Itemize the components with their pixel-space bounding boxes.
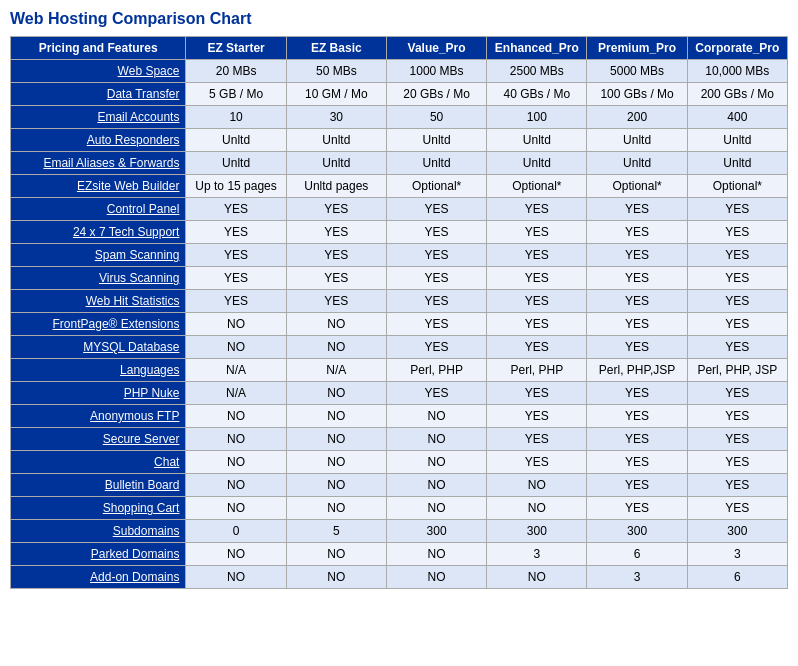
cell-value: Optional*: [587, 175, 687, 198]
cell-value: NO: [186, 405, 286, 428]
cell-value: YES: [687, 290, 787, 313]
cell-value: 6: [687, 566, 787, 589]
plan-header-ez-starter: EZ Starter: [186, 37, 286, 60]
cell-value: Unltd: [186, 152, 286, 175]
feature-label[interactable]: Add-on Domains: [11, 566, 186, 589]
feature-label[interactable]: Bulletin Board: [11, 474, 186, 497]
cell-value: Optional*: [386, 175, 486, 198]
cell-value: 50: [386, 106, 486, 129]
cell-value: YES: [286, 221, 386, 244]
cell-value: NO: [186, 313, 286, 336]
cell-value: Unltd: [487, 152, 587, 175]
cell-value: Unltd: [587, 129, 687, 152]
cell-value: 300: [587, 520, 687, 543]
cell-value: YES: [186, 290, 286, 313]
feature-label[interactable]: PHP Nuke: [11, 382, 186, 405]
cell-value: NO: [186, 497, 286, 520]
cell-value: NO: [286, 451, 386, 474]
feature-label[interactable]: Secure Server: [11, 428, 186, 451]
feature-label[interactable]: Subdomains: [11, 520, 186, 543]
table-row: LanguagesN/AN/APerl, PHPPerl, PHPPerl, P…: [11, 359, 788, 382]
feature-label[interactable]: Chat: [11, 451, 186, 474]
cell-value: YES: [186, 244, 286, 267]
cell-value: YES: [286, 244, 386, 267]
cell-value: YES: [687, 474, 787, 497]
cell-value: YES: [687, 497, 787, 520]
feature-label[interactable]: Web Space: [11, 60, 186, 83]
feature-label[interactable]: Email Aliases & Forwards: [11, 152, 186, 175]
cell-value: Unltd: [587, 152, 687, 175]
cell-value: 10,000 MBs: [687, 60, 787, 83]
cell-value: NO: [186, 336, 286, 359]
feature-label[interactable]: Shopping Cart: [11, 497, 186, 520]
cell-value: YES: [587, 336, 687, 359]
feature-label[interactable]: Control Panel: [11, 198, 186, 221]
table-row: Secure ServerNONONOYESYESYES: [11, 428, 788, 451]
feature-label[interactable]: Web Hit Statistics: [11, 290, 186, 313]
feature-label[interactable]: Anonymous FTP: [11, 405, 186, 428]
cell-value: Perl, PHP: [487, 359, 587, 382]
cell-value: 100: [487, 106, 587, 129]
feature-label[interactable]: EZsite Web Builder: [11, 175, 186, 198]
cell-value: YES: [386, 382, 486, 405]
feature-label[interactable]: Virus Scanning: [11, 267, 186, 290]
cell-value: 100 GBs / Mo: [587, 83, 687, 106]
cell-value: YES: [687, 428, 787, 451]
page-title: Web Hosting Comparison Chart: [10, 10, 788, 28]
cell-value: Up to 15 pages: [186, 175, 286, 198]
cell-value: YES: [687, 451, 787, 474]
cell-value: YES: [587, 451, 687, 474]
feature-label[interactable]: Data Transfer: [11, 83, 186, 106]
table-row: Parked DomainsNONONO363: [11, 543, 788, 566]
table-row: Email Accounts103050100200400: [11, 106, 788, 129]
cell-value: 200 GBs / Mo: [687, 83, 787, 106]
cell-value: NO: [386, 474, 486, 497]
cell-value: 20 GBs / Mo: [386, 83, 486, 106]
cell-value: YES: [687, 221, 787, 244]
cell-value: NO: [186, 428, 286, 451]
feature-label[interactable]: Spam Scanning: [11, 244, 186, 267]
cell-value: Perl, PHP: [386, 359, 486, 382]
cell-value: YES: [487, 405, 587, 428]
cell-value: 400: [687, 106, 787, 129]
cell-value: 6: [587, 543, 687, 566]
feature-label[interactable]: 24 x 7 Tech Support: [11, 221, 186, 244]
cell-value: 1000 MBs: [386, 60, 486, 83]
cell-value: 2500 MBs: [487, 60, 587, 83]
cell-value: N/A: [186, 359, 286, 382]
cell-value: Unltd: [487, 129, 587, 152]
cell-value: Optional*: [487, 175, 587, 198]
feature-label[interactable]: FrontPage® Extensions: [11, 313, 186, 336]
cell-value: YES: [587, 474, 687, 497]
cell-value: YES: [186, 198, 286, 221]
cell-value: NO: [286, 474, 386, 497]
cell-value: Unltd: [286, 152, 386, 175]
feature-label[interactable]: MYSQL Database: [11, 336, 186, 359]
table-row: Web Space20 MBs50 MBs1000 MBs2500 MBs500…: [11, 60, 788, 83]
cell-value: YES: [587, 267, 687, 290]
table-row: 24 x 7 Tech SupportYESYESYESYESYESYES: [11, 221, 788, 244]
table-row: Control PanelYESYESYESYESYESYES: [11, 198, 788, 221]
cell-value: YES: [386, 336, 486, 359]
cell-value: 10: [186, 106, 286, 129]
cell-value: YES: [487, 267, 587, 290]
cell-value: NO: [186, 451, 286, 474]
cell-value: NO: [386, 428, 486, 451]
feature-label[interactable]: Parked Domains: [11, 543, 186, 566]
cell-value: NO: [286, 313, 386, 336]
cell-value: YES: [587, 221, 687, 244]
cell-value: Unltd: [386, 152, 486, 175]
cell-value: 5: [286, 520, 386, 543]
cell-value: NO: [186, 474, 286, 497]
cell-value: 5000 MBs: [587, 60, 687, 83]
table-row: Anonymous FTPNONONOYESYESYES: [11, 405, 788, 428]
cell-value: 3: [687, 543, 787, 566]
cell-value: NO: [286, 543, 386, 566]
cell-value: NO: [386, 566, 486, 589]
pricing-features-header: Pricing and Features: [11, 37, 186, 60]
feature-label[interactable]: Email Accounts: [11, 106, 186, 129]
feature-label[interactable]: Auto Responders: [11, 129, 186, 152]
cell-value: YES: [587, 405, 687, 428]
feature-label[interactable]: Languages: [11, 359, 186, 382]
table-row: Add-on DomainsNONONONO36: [11, 566, 788, 589]
